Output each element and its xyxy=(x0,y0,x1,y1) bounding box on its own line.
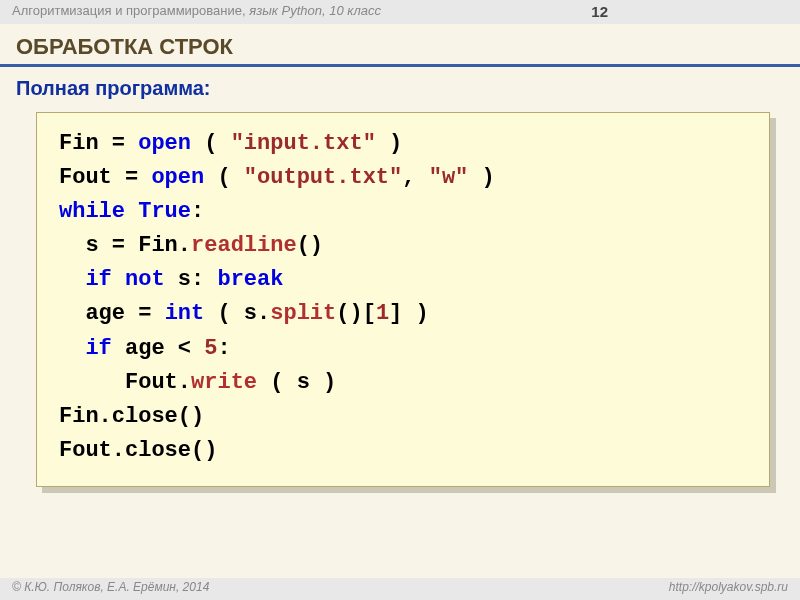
course-title: Алгоритмизация и программирование, язык … xyxy=(12,3,381,21)
footer-url: http://kpolyakov.spb.ru xyxy=(669,580,788,598)
section-heading: Обработка строк xyxy=(0,24,800,67)
slide-footer: © К.Ю. Поляков, Е.А. Ерёмин, 2014 http:/… xyxy=(0,578,800,600)
page-number: 12 xyxy=(591,3,788,21)
copyright-text: © К.Ю. Поляков, Е.А. Ерёмин, 2014 xyxy=(12,580,209,598)
subheading: Полная программа: xyxy=(0,73,800,108)
slide-header: Алгоритмизация и программирование, язык … xyxy=(0,0,800,24)
code-content: Fin = open ( "input.txt" ) Fout = open (… xyxy=(36,112,770,487)
code-block: Fin = open ( "input.txt" ) Fout = open (… xyxy=(36,112,770,487)
